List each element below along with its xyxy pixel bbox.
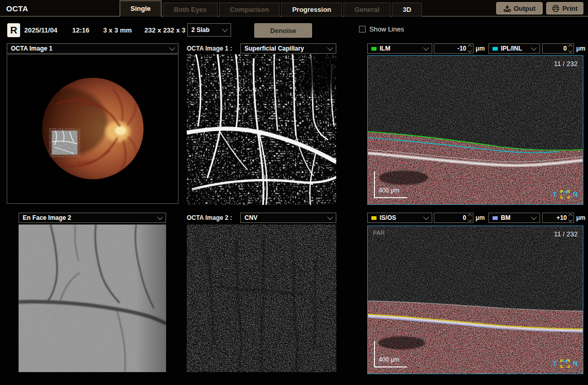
octa1-slab-dropdown[interactable]: Superficial Capillary bbox=[240, 43, 336, 54]
bscan1-boundary1-dropdown[interactable]: ILM bbox=[367, 43, 432, 54]
bscan2-boundary1-offset: 0 bbox=[463, 214, 466, 221]
scan-direction-icon bbox=[560, 359, 570, 368]
spinner-arrows-icon[interactable] bbox=[468, 214, 471, 221]
output-button-label: Output bbox=[514, 5, 536, 12]
chevron-down-icon bbox=[169, 45, 175, 51]
orient-temporal-label: T bbox=[553, 360, 557, 367]
octa2-slab-value: CNV bbox=[244, 214, 257, 221]
scan-date: 2025/11/04 bbox=[24, 26, 57, 34]
denoise-button-label: Denoise bbox=[270, 27, 297, 35]
show-lines-checkbox[interactable] bbox=[359, 26, 366, 33]
color-fundus-photo bbox=[7, 55, 178, 203]
par-mode-label: PAR bbox=[373, 230, 385, 236]
chevron-down-icon bbox=[157, 214, 162, 220]
enface1-source-value: OCTA Image 1 bbox=[11, 45, 53, 52]
bscan2-frame-counter: 11 / 232 bbox=[554, 230, 578, 238]
scale-bar-label: 400 μm bbox=[379, 187, 399, 194]
chevron-down-icon bbox=[531, 214, 536, 220]
enface2-source-dropdown[interactable]: En Face Image 2 bbox=[19, 213, 166, 223]
bm-color-swatch bbox=[493, 216, 498, 220]
bscan1-boundary1-offset-spinner[interactable]: -10 bbox=[434, 43, 473, 54]
chevron-down-icon bbox=[423, 214, 429, 220]
bscan2-panel[interactable]: PAR 11 / 232 400 μm T N bbox=[367, 226, 583, 374]
bscan2-boundary2-offset: +10 bbox=[557, 214, 567, 221]
print-button-label: Print bbox=[562, 5, 578, 12]
orient-nasal-label: N bbox=[573, 190, 578, 198]
ipl-inl-color-swatch bbox=[493, 47, 498, 51]
bscan1-boundary2-offset-spinner[interactable]: 0 bbox=[542, 43, 574, 54]
chevron-down-icon bbox=[423, 45, 429, 51]
print-button[interactable]: Print bbox=[546, 2, 583, 14]
octa-scan-area-inset bbox=[52, 131, 78, 155]
tab-general: General bbox=[344, 3, 390, 17]
tab-both-eyes: Both Eyes bbox=[163, 3, 218, 17]
orient-nasal-label: N bbox=[573, 360, 578, 367]
top-tab-bar: OCTA Single Both Eyes Comparison Progres… bbox=[0, 0, 588, 17]
output-button[interactable]: Output bbox=[496, 2, 543, 14]
bscan1-orientation-indicator: T N bbox=[553, 189, 578, 199]
slab-mode-dropdown[interactable]: 2 Slab bbox=[187, 23, 231, 37]
scan-dimensions: 232 x 232 x 3 bbox=[144, 26, 186, 34]
show-lines-control: Show Lines bbox=[359, 25, 404, 33]
bscan2-boundary1-dropdown[interactable]: IS/OS bbox=[367, 213, 432, 223]
bscan1-boundary2-unit: μm bbox=[576, 43, 585, 54]
tab-comparison: Comparison bbox=[219, 3, 280, 17]
printer-icon bbox=[552, 5, 560, 12]
cnv-angiogram bbox=[187, 224, 336, 372]
spinner-arrows-icon[interactable] bbox=[569, 214, 572, 221]
spinner-arrows-icon[interactable] bbox=[569, 45, 572, 52]
export-icon bbox=[503, 5, 511, 12]
scan-direction-icon bbox=[560, 189, 570, 199]
spinner-arrows-icon[interactable] bbox=[468, 45, 471, 52]
octa-application-window: OCTA Single Both Eyes Comparison Progres… bbox=[0, 0, 588, 385]
ilm-color-swatch bbox=[371, 47, 377, 51]
bscan2-boundary1-offset-spinner[interactable]: 0 bbox=[434, 213, 473, 223]
tab-progression[interactable]: Progression bbox=[281, 3, 342, 17]
bscan2-boundary1-name: IS/OS bbox=[380, 214, 396, 221]
denoise-button[interactable]: Denoise bbox=[254, 23, 312, 38]
bscan1-boundary1-offset: -10 bbox=[458, 45, 466, 52]
bscan1-boundary1-name: ILM bbox=[380, 45, 390, 52]
tab-single[interactable]: Single bbox=[120, 1, 161, 17]
laterality-badge: R bbox=[7, 23, 20, 37]
bscan1-panel[interactable]: 11 / 232 400 μm T N bbox=[367, 55, 583, 205]
bscan1-boundary2-dropdown[interactable]: IPL/INL bbox=[488, 43, 540, 54]
view-tabs: Single Both Eyes Comparison Progression … bbox=[120, 0, 422, 17]
enface1-source-dropdown[interactable]: OCTA Image 1 bbox=[7, 43, 178, 54]
octa2-enface-panel[interactable] bbox=[187, 224, 336, 372]
chevron-down-icon bbox=[327, 214, 333, 220]
bscan2-boundary1-unit: μm bbox=[476, 213, 485, 223]
slab-mode-value: 2 Slab bbox=[191, 26, 209, 34]
app-title: OCTA bbox=[6, 4, 28, 13]
scan-time: 12:16 bbox=[72, 26, 89, 34]
bscan1-boundary2-name: IPL/INL bbox=[501, 45, 522, 52]
isos-color-swatch bbox=[371, 216, 377, 220]
bscan2-orientation-indicator: T N bbox=[553, 359, 578, 368]
octa1-slab-value: Superficial Capillary bbox=[244, 45, 304, 52]
octa2-slab-dropdown[interactable]: CNV bbox=[240, 213, 336, 223]
bscan2-boundary2-name: BM bbox=[501, 214, 511, 221]
superficial-capillary-angiogram bbox=[187, 54, 336, 205]
fundus-image-panel[interactable] bbox=[7, 54, 178, 204]
enface2-source-value: En Face Image 2 bbox=[23, 214, 71, 221]
bscan2-boundary2-offset-spinner[interactable]: +10 bbox=[542, 213, 574, 223]
tab-3d[interactable]: 3D bbox=[392, 3, 422, 17]
bscan1-frame-counter: 11 / 232 bbox=[554, 60, 578, 68]
chevron-down-icon bbox=[327, 45, 333, 51]
bscan1-boundary2-offset: 0 bbox=[563, 45, 567, 52]
bscan1-boundary1-unit: μm bbox=[476, 43, 485, 54]
show-lines-label: Show Lines bbox=[369, 25, 404, 33]
octa1-enface-panel[interactable] bbox=[187, 54, 336, 205]
bscan2-boundary2-dropdown[interactable]: BM bbox=[488, 213, 540, 223]
chevron-down-icon bbox=[222, 26, 227, 32]
enface-oct-image bbox=[19, 224, 166, 372]
orient-temporal-label: T bbox=[553, 190, 557, 198]
bscan2-scale-bar: 400 μm bbox=[374, 341, 407, 367]
chevron-down-icon bbox=[531, 45, 536, 51]
octa1-label: OCTA Image 1 : bbox=[187, 43, 232, 54]
scale-bar-label: 400 μm bbox=[379, 356, 399, 363]
octa2-label: OCTA Image 2 : bbox=[187, 213, 232, 223]
bscan2-boundary2-unit: μm bbox=[576, 213, 585, 223]
enface2-image-panel[interactable] bbox=[19, 224, 166, 372]
scan-area: 3 x 3 mm bbox=[103, 26, 132, 34]
